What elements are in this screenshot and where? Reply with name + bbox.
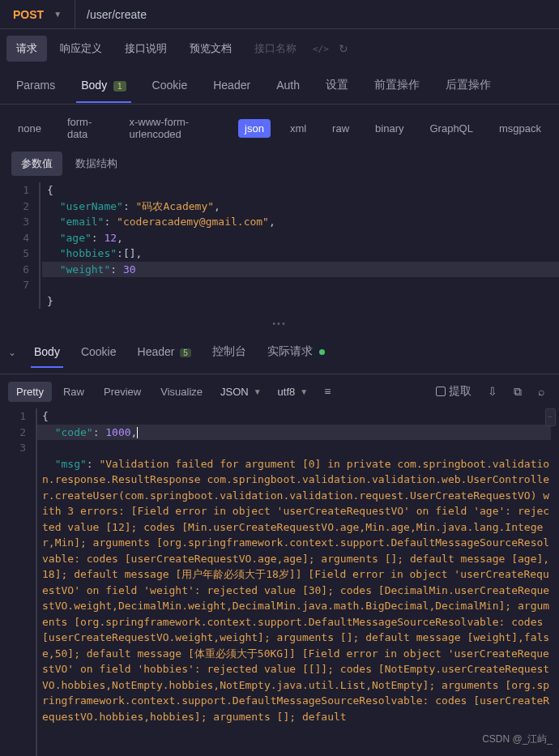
collapse-marker-icon[interactable]: − [545, 408, 556, 426]
resp-tab-header[interactable]: Header 5 [134, 337, 194, 368]
request-meta-tabs: 请求 响应定义 接口说明 预览文档 接口名称 </> ↻ [0, 29, 559, 62]
subtab-schema[interactable]: 数据结构 [66, 152, 127, 176]
view-pretty[interactable]: Pretty [8, 382, 52, 402]
chevron-down-icon: ▼ [300, 387, 308, 396]
tab-header[interactable]: Header [208, 70, 255, 103]
tab-body[interactable]: Body 1 [76, 70, 130, 103]
request-body-editor[interactable]: 1 2 3 4 5 6 7 { "userName": "码农Academy",… [0, 182, 559, 315]
response-gutter: 1 2 3 [0, 408, 36, 756]
tab-params[interactable]: Params [11, 70, 60, 103]
bodytype-binary[interactable]: binary [369, 119, 410, 138]
bodytype-raw[interactable]: raw [326, 119, 356, 138]
history-icon[interactable]: ↻ [335, 42, 352, 55]
copy-icon[interactable]: ⧉ [507, 382, 528, 402]
code-icon[interactable]: </> [309, 44, 332, 54]
http-method-label: POST [13, 8, 44, 21]
body-count-badge: 1 [113, 81, 126, 92]
extract-button[interactable]: 提取 [429, 381, 478, 402]
format-select[interactable]: JSON ▼ [214, 382, 268, 401]
extract-icon [436, 387, 446, 396]
response-tabs: ⌄ Body Cookie Header 5 控制台 实际请求 [0, 331, 559, 374]
download-icon[interactable]: ⇩ [481, 382, 504, 401]
url-input[interactable] [75, 0, 559, 28]
status-dot-icon [319, 349, 325, 355]
tab-postscript[interactable]: 后置操作 [441, 70, 496, 104]
subtab-values[interactable]: 参数值 [11, 152, 62, 176]
response-body-viewer[interactable]: 1 2 3 −{ "code": 1000, "msg": "Validatio… [0, 408, 559, 756]
tab-auth[interactable]: Auth [271, 70, 305, 103]
header-count-badge: 5 [180, 348, 191, 357]
bodytype-json[interactable]: json [238, 119, 271, 138]
collapse-response-icon[interactable]: ⌄ [8, 347, 16, 358]
chevron-down-icon: ▼ [53, 10, 62, 19]
request-url-bar: POST ▼ [0, 0, 559, 29]
resp-tab-console[interactable]: 控制台 [209, 336, 250, 369]
response-view-toolbar: Pretty Raw Preview Visualize JSON ▼ utf8… [0, 374, 559, 408]
bodytype-xml[interactable]: xml [284, 119, 313, 138]
tab-api-desc[interactable]: 接口说明 [115, 36, 177, 62]
main-tabs: Params Body 1 Cookie Header Auth 设置 前置操作… [0, 62, 559, 105]
body-sub-tabs: 参数值 数据结构 [0, 152, 559, 182]
http-method-select[interactable]: POST ▼ [0, 0, 75, 28]
tab-prescript[interactable]: 前置操作 [369, 70, 425, 104]
bodytype-none[interactable]: none [11, 119, 48, 138]
panel-resize-handle[interactable]: ••• [0, 315, 559, 331]
chevron-down-icon: ▼ [254, 387, 262, 396]
line-gutter: 1 2 3 4 5 6 7 [0, 182, 39, 309]
request-body-content[interactable]: { "userName": "码农Academy", "email": "cod… [39, 182, 559, 309]
api-name-placeholder[interactable]: 接口名称 [245, 36, 306, 62]
encoding-select[interactable]: utf8 ▼ [271, 382, 315, 401]
resp-tab-actual[interactable]: 实际请求 [264, 336, 328, 369]
view-visualize[interactable]: Visualize [152, 382, 211, 402]
view-raw[interactable]: Raw [55, 382, 92, 402]
wrap-toggle-icon[interactable]: ≡ [318, 382, 337, 401]
body-type-tabs: none form-data x-www-form-urlencoded jso… [0, 105, 559, 152]
search-icon[interactable]: ⌕ [531, 382, 551, 401]
resp-tab-cookie[interactable]: Cookie [78, 337, 120, 368]
bodytype-formdata[interactable]: form-data [61, 113, 110, 143]
tab-settings[interactable]: 设置 [321, 70, 353, 104]
tab-request[interactable]: 请求 [6, 36, 47, 62]
tab-cookie[interactable]: Cookie [147, 70, 193, 103]
resp-tab-body[interactable]: Body [31, 337, 63, 368]
bodytype-urlencoded[interactable]: x-www-form-urlencoded [123, 113, 226, 143]
bodytype-msgpack[interactable]: msgpack [493, 119, 548, 138]
view-preview[interactable]: Preview [96, 382, 149, 402]
tab-preview-doc[interactable]: 预览文档 [180, 36, 241, 62]
bodytype-graphql[interactable]: GraphQL [423, 119, 479, 138]
tab-response-def[interactable]: 响应定义 [50, 36, 112, 62]
response-body-content[interactable]: −{ "code": 1000, "msg": "Validation fail… [36, 408, 559, 756]
tab-body-label: Body [81, 79, 107, 92]
